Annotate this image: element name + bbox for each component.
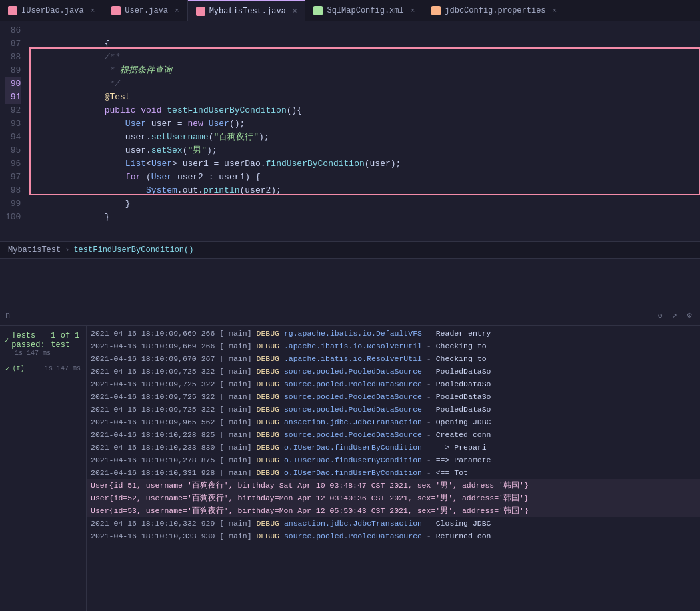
log-level-1: DEBUG <box>256 329 283 338</box>
passed-text: Tests passed: <box>11 331 48 350</box>
log-num-4: 322 <box>201 367 220 376</box>
test-item-label: (t) <box>13 365 25 372</box>
log-thread-10: main] <box>229 443 252 452</box>
test-sidebar-item[interactable]: ✓ (t) 1s 147 ms <box>0 362 86 375</box>
tab-jdbcconfig[interactable]: jdbcConfig.properties × <box>423 0 565 21</box>
log-cls-8: ansaction.jdbc.JdbcTransaction <box>284 418 422 426</box>
log-bracket-16: [ <box>219 519 224 528</box>
code-line-89: */ <box>26 64 700 77</box>
log-msg-2: Checking to <box>436 342 487 350</box>
log-level-8: DEBUG <box>256 418 283 426</box>
code-line-95: List<User> user1 = userDao.findUserByCon… <box>26 144 700 157</box>
log-cls-6: source.pooled.PooledDataSource <box>284 392 422 401</box>
log-time-4: 2021-04-16 18:10:09,725 <box>91 367 197 376</box>
log-sep-5: - <box>427 380 436 388</box>
log-sep-8: - <box>427 418 436 426</box>
tab-close-sqlmapconfig[interactable]: × <box>411 7 415 15</box>
ln-87: 87 <box>5 37 21 51</box>
log-sep-17: - <box>427 532 436 540</box>
export-icon[interactable]: ↗ <box>669 310 680 321</box>
log-level-17: DEBUG <box>256 532 283 540</box>
ln-96: 96 <box>5 157 21 171</box>
breadcrumb-method: testFindUserByCondition() <box>73 245 193 255</box>
log-line-16: 2021-04-16 18:10:10,332 929 [ main] DEBU… <box>87 517 700 530</box>
code-line-99: } <box>26 197 700 211</box>
props-icon <box>431 6 441 15</box>
test-body: ✓ Tests passed: 1 of 1 test 1s 147 ms ✓ … <box>0 326 700 611</box>
log-bracket-1: [ <box>219 329 229 338</box>
log-line-1: 2021-04-16 18:10:09,669 266 [ main] DEBU… <box>87 327 700 340</box>
code-line-96: for (User user2 : user1) { <box>26 157 700 171</box>
log-line-4: 2021-04-16 18:10:09,725 322 [ main] DEBU… <box>87 365 700 378</box>
log-level-12: DEBUG <box>256 468 283 477</box>
tab-close-mybatistest[interactable]: × <box>293 7 297 15</box>
reload-icon[interactable]: ↺ <box>655 310 665 321</box>
log-msg-8: Opening JDBC <box>436 418 491 426</box>
log-line-10: 2021-04-16 18:10:10,233 830 [ main] DEBU… <box>87 441 700 454</box>
log-level-11: DEBUG <box>256 456 283 464</box>
code-line-90: @Test <box>26 77 700 91</box>
log-sep-4: - <box>427 367 436 376</box>
log-cls-7: source.pooled.PooledDataSource <box>284 405 422 414</box>
code-editor[interactable]: { /** * 根据条件查询 */ @Test <box>26 21 700 241</box>
log-time-1: 2021-04-16 18:10:09,669 <box>91 329 197 338</box>
tab-close-iuserdao[interactable]: × <box>91 7 95 15</box>
java-icon-2 <box>111 6 121 15</box>
log-msg-5: PooledDataSo <box>436 380 491 388</box>
tab-close-jdbcconfig[interactable]: × <box>553 7 557 15</box>
tab-close-user[interactable]: × <box>175 7 179 15</box>
line-numbers: 86 87 88 89 90 91 92 93 94 95 96 97 98 9… <box>0 21 26 241</box>
log-time-11: 2021-04-16 18:10:10,278 <box>91 456 197 464</box>
log-sep-3: - <box>427 354 436 363</box>
test-panel: n ↺ ↗ ⚙ ✓ Tests passed: 1 of 1 test 1s 1… <box>0 306 700 611</box>
log-num-1: 266 <box>201 329 220 338</box>
log-line-7: 2021-04-16 18:10:09,725 322 [ main] DEBU… <box>87 403 700 416</box>
tests-passed-badge: ✓ Tests passed: 1 of 1 test <box>4 331 82 350</box>
log-msg-7: PooledDataSo <box>436 405 491 414</box>
log-cls-4: source.pooled.PooledDataSource <box>284 367 422 376</box>
log-time-6: 2021-04-16 18:10:09,725 <box>91 392 197 401</box>
log-thread-2: main] <box>229 342 252 350</box>
tab-user[interactable]: User.java × <box>103 0 187 21</box>
log-thread-12: main] <box>229 468 252 477</box>
ln-95: 95 <box>5 144 21 157</box>
log-thread-17: main] <box>229 532 252 540</box>
passed-count: 1 of 1 test <box>51 331 82 350</box>
breadcrumb-separator: › <box>65 245 69 255</box>
log-time-10: 2021-04-16 18:10:10,233 <box>91 443 197 452</box>
log-num-7: 322 <box>201 405 220 414</box>
log-line-17: 2021-04-16 18:10:10,333 930 [ main] DEBU… <box>87 530 700 542</box>
tab-label-jdbcconfig: jdbcConfig.properties <box>445 6 545 15</box>
log-line-user-2: User{id=52, username='百狗夜行', birthday=Mo… <box>87 492 700 504</box>
log-cls-1: rg.apache.ibatis.io.DefaultVFS <box>284 329 422 338</box>
tab-sqlmapconfig[interactable]: SqlMapConfig.xml × <box>305 0 423 21</box>
tab-iuserdao[interactable]: IUserDao.java × <box>0 0 103 21</box>
log-cls-9: source.pooled.PooledDataSource <box>284 430 422 439</box>
log-msg-4: PooledDataSo <box>436 367 491 376</box>
ln-98: 98 <box>5 184 21 197</box>
log-cls-17: source.pooled.PooledDataSource <box>284 532 422 540</box>
log-level-2: DEBUG <box>256 342 283 350</box>
log-msg-12: <== Tot <box>436 468 468 477</box>
log-sep-9: - <box>427 430 436 439</box>
log-sep-12: - <box>427 468 436 477</box>
log-bracket-6: [ <box>219 392 224 401</box>
log-line-user-3: User{id=53, username='百狗夜行', birthday=Mo… <box>87 504 700 517</box>
log-sep-10: - <box>427 443 436 452</box>
check-icon: ✓ <box>4 336 9 346</box>
log-thread-9: main] <box>229 430 252 439</box>
xml-icon <box>313 6 323 15</box>
editor-section: 86 87 88 89 90 91 92 93 94 95 96 97 98 9… <box>0 21 700 306</box>
breadcrumb-class: MybatisTest <box>8 245 61 255</box>
log-bracket-17: [ <box>219 532 224 540</box>
log-line-6: 2021-04-16 18:10:09,725 322 [ main] DEBU… <box>87 390 700 403</box>
ln-89: 89 <box>5 64 21 77</box>
log-bracket-2: [ <box>219 342 224 350</box>
log-sep-11: - <box>427 456 436 464</box>
log-line-11: 2021-04-16 18:10:10,278 875 [ main] DEBU… <box>87 454 700 466</box>
tab-mybatistest[interactable]: MybatisTest.java × <box>188 0 306 21</box>
settings-icon[interactable]: ⚙ <box>684 310 695 321</box>
ln-93: 93 <box>5 117 21 131</box>
test-log[interactable]: 2021-04-16 18:10:09,669 266 [ main] DEBU… <box>87 326 700 611</box>
main-layout: IUserDao.java × User.java × MybatisTest.… <box>0 0 700 611</box>
